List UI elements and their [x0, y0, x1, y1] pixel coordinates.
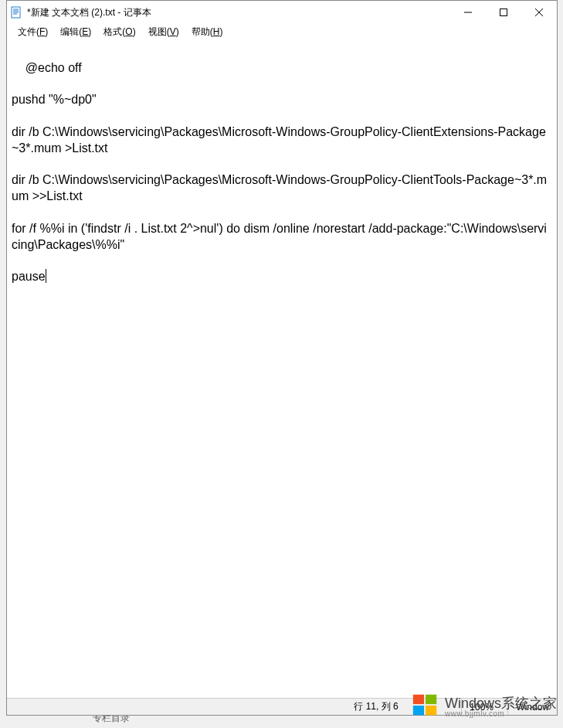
- menubar: 文件(F) 编辑(E) 格式(O) 视图(V) 帮助(H): [7, 24, 557, 41]
- text-cursor: [46, 269, 46, 283]
- text-editor[interactable]: @echo off pushd "%~dp0" dir /b C:\Window…: [7, 41, 557, 698]
- menu-help[interactable]: 帮助(H): [185, 24, 229, 40]
- close-button[interactable]: [521, 1, 557, 24]
- menu-view[interactable]: 视图(V): [142, 24, 185, 40]
- windows-logo-icon: [411, 691, 440, 723]
- notepad-icon: [10, 6, 22, 19]
- menu-file[interactable]: 文件(F): [12, 24, 54, 40]
- editor-content: @echo off pushd "%~dp0" dir /b C:\Window…: [12, 61, 547, 283]
- menu-edit[interactable]: 编辑(E): [54, 24, 97, 40]
- svg-rect-6: [500, 9, 507, 16]
- watermark: Windows系统之家 www.bjjmlv.com: [411, 691, 557, 723]
- svg-rect-12: [426, 706, 436, 715]
- watermark-url: www.bjjmlv.com: [445, 710, 557, 718]
- watermark-title: Windows系统之家: [445, 696, 557, 710]
- window-controls: [450, 1, 557, 24]
- titlebar[interactable]: *新建 文本文档 (2).txt - 记事本: [7, 1, 557, 24]
- svg-rect-11: [413, 706, 424, 715]
- maximize-button[interactable]: [486, 1, 521, 24]
- window-title: *新建 文本文档 (2).txt - 记事本: [27, 6, 450, 19]
- svg-rect-10: [426, 695, 436, 704]
- minimize-button[interactable]: [450, 1, 486, 24]
- menu-format[interactable]: 格式(O): [97, 24, 141, 40]
- notepad-window: *新建 文本文档 (2).txt - 记事本 文件(F) 编辑(E) 格式(O)…: [6, 0, 558, 716]
- svg-rect-9: [413, 695, 424, 704]
